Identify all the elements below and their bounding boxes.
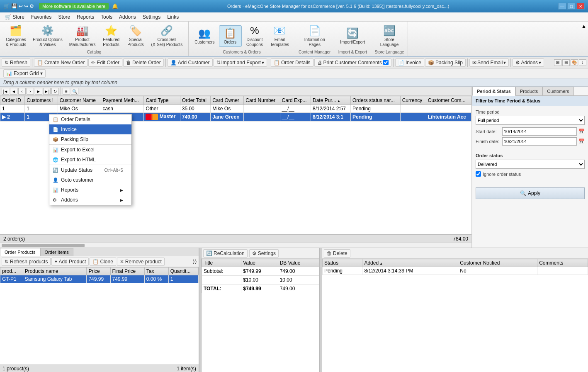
col-customer-notified[interactable]: Customer Notified: [458, 259, 537, 267]
send-email-button[interactable]: ✉ Send Email ▾: [469, 58, 509, 67]
col-status[interactable]: Status: [323, 259, 362, 267]
col-title[interactable]: Title: [202, 259, 241, 267]
col-card-exp[interactable]: Card Exp...: [280, 96, 311, 105]
remove-product-button[interactable]: ✕ Remove product: [117, 258, 165, 266]
col-tax[interactable]: Tax: [144, 267, 168, 275]
tab-customers[interactable]: Customers: [542, 87, 573, 95]
col-order-status[interactable]: Orders status nar...: [350, 96, 400, 105]
tab-order-items[interactable]: Order Items: [40, 248, 73, 256]
table-row[interactable]: GT-P1 Samsung Galaxy Tab 749.99 749.99 0…: [0, 275, 199, 283]
nav-filter-button[interactable]: 🔍: [71, 88, 78, 95]
nav-prev-button[interactable]: ◄: [10, 88, 17, 95]
featured-products-button[interactable]: ⭐ FeaturedProducts: [100, 23, 123, 49]
edit-order-button[interactable]: ✏ Edit Order: [88, 58, 122, 67]
nav-refresh-button[interactable]: ↻: [51, 88, 59, 95]
scrollbar-thumb[interactable]: [2, 244, 85, 247]
h-scrollbar[interactable]: [0, 243, 471, 248]
toolbar-icon-c[interactable]: 🎨: [571, 59, 578, 66]
ctx-addons[interactable]: ⚙ Addons ▶: [49, 195, 131, 205]
print-comments-button[interactable]: 🖨 Print Customer Comments: [314, 58, 391, 67]
menu-item-store-text[interactable]: Store: [55, 13, 73, 21]
close-button[interactable]: ✕: [576, 3, 585, 10]
ctx-export-excel[interactable]: 📊 Export to Excel: [49, 144, 131, 155]
col-currency[interactable]: Currency: [400, 96, 426, 105]
recalculation-button[interactable]: 🔄 ReCalculation: [203, 249, 248, 258]
toolbar-icon-b[interactable]: ⊟: [562, 59, 570, 66]
invoice-button[interactable]: 📄 Invoice: [395, 58, 424, 67]
nav-last-button[interactable]: ►|: [43, 88, 51, 95]
create-new-order-button[interactable]: 📋 Create New Order: [34, 58, 87, 67]
col-payment-method[interactable]: Payment Meth...: [101, 96, 144, 105]
email-templates-button[interactable]: 📧 EmailTemplates: [268, 23, 292, 49]
col-order-total[interactable]: Order Total: [180, 96, 210, 105]
special-products-button[interactable]: 🏷️ SpecialProducts: [124, 23, 147, 49]
customers-button[interactable]: 👥 Customers: [192, 26, 217, 46]
delete-status-button[interactable]: 🗑 Delete: [324, 249, 350, 258]
import-export-dropdown-button[interactable]: ⇅ Import and Export ▾: [214, 58, 267, 67]
col-prod[interactable]: prod...: [0, 267, 23, 275]
toolbar-icon-a[interactable]: ⊞: [554, 59, 561, 66]
ignore-status-checkbox[interactable]: [476, 171, 481, 177]
product-options-button[interactable]: ⚙️ Product Options& Values: [30, 23, 65, 49]
ctx-goto-customer[interactable]: 👤 Goto customer: [49, 175, 131, 185]
qa-icon-2[interactable]: ↩: [19, 3, 23, 9]
tab-period-status[interactable]: Period & Status: [472, 87, 515, 96]
col-value[interactable]: Value: [241, 259, 278, 267]
col-card-type[interactable]: Card Type: [144, 96, 180, 105]
refresh-button[interactable]: ↻ Refresh: [2, 58, 30, 67]
nav-next2-button[interactable]: ›: [27, 88, 34, 95]
window-controls[interactable]: — □ ✕: [558, 3, 585, 10]
qa-icon-1[interactable]: 💾: [11, 3, 17, 9]
col-final-price[interactable]: Final Price: [110, 267, 144, 275]
ctx-export-html[interactable]: 🌐 Export to HTML: [49, 155, 131, 165]
table-row[interactable]: 1 1 Mike Os cash Other 35.00 Mike Os __/…: [0, 105, 471, 113]
packing-slip-button[interactable]: 📦 Packing Slip: [425, 58, 466, 67]
categories-products-button[interactable]: 🗂️ Categories& Products: [3, 23, 29, 49]
qa-icon-4[interactable]: ⚙: [29, 3, 34, 9]
col-price[interactable]: Price: [87, 267, 110, 275]
export-grid-button[interactable]: 📊 Export Grid ▾: [3, 69, 46, 78]
cell-expand[interactable]: ▶ 2: [0, 113, 25, 122]
maximize-button[interactable]: □: [567, 3, 576, 10]
col-card-number[interactable]: Card Number: [244, 96, 280, 105]
refresh-products-button[interactable]: ↻ Refresh products: [2, 258, 51, 266]
start-date-input[interactable]: [502, 127, 577, 136]
orders-button[interactable]: 📋 Orders: [219, 25, 242, 47]
cross-sell-button[interactable]: 🔗 Cross Sell(X-Sell) Products: [149, 23, 185, 49]
store-language-button[interactable]: 🔤 StoreLanguage: [378, 23, 401, 49]
menu-item-reports[interactable]: Reports: [73, 13, 97, 21]
tab-order-products[interactable]: Order Products: [0, 248, 40, 256]
nav-first-button[interactable]: |◄: [2, 88, 9, 95]
col-customers[interactable]: Customers !: [25, 96, 58, 105]
print-checkbox[interactable]: [383, 60, 389, 65]
ctx-packing-slip[interactable]: 📦 Packing Slip: [49, 134, 131, 144]
col-comments[interactable]: Comments: [537, 259, 588, 267]
discount-coupons-button[interactable]: % DiscountCoupons: [243, 23, 266, 49]
col-card-owner[interactable]: Card Owner: [211, 96, 244, 105]
clone-button[interactable]: 📋 Clone: [90, 258, 116, 266]
addons-button[interactable]: ⚙ Addons ▾: [513, 58, 544, 67]
information-pages-button[interactable]: 📄 InformationPages: [302, 23, 328, 49]
menu-item-tools[interactable]: Tools: [97, 13, 116, 21]
ribbon-collapse-button[interactable]: ▲: [581, 23, 586, 29]
center-settings-button[interactable]: ⚙ Settings: [249, 249, 279, 258]
ctx-update-status[interactable]: 🔄 Update Status Ctrl+Alt+S: [49, 165, 131, 175]
menu-item-favorites[interactable]: Favorites: [28, 13, 55, 21]
col-date-purchased[interactable]: Date Pur...: [311, 96, 350, 105]
expand-btn[interactable]: ⟩⟩: [193, 259, 197, 265]
col-products-name[interactable]: Products name: [23, 267, 87, 275]
menu-item-links[interactable]: Links: [164, 13, 182, 21]
nav-next-button[interactable]: ►: [35, 88, 42, 95]
qa-icon-3[interactable]: ↪: [24, 3, 28, 9]
finish-date-input[interactable]: [502, 137, 577, 146]
ctx-order-details[interactable]: 📋 Order Details: [49, 114, 131, 124]
delete-order-button[interactable]: 🗑 Delete Order: [123, 58, 164, 67]
minimize-button[interactable]: —: [558, 3, 566, 10]
add-customer-button[interactable]: 👤 Add Customer: [168, 58, 213, 67]
apply-button[interactable]: 🔍 Apply: [476, 187, 585, 199]
col-customer-comment[interactable]: Customer Com...: [426, 96, 471, 105]
order-details-button[interactable]: 📋 Order Details: [271, 58, 313, 67]
col-quantity[interactable]: Quantit...: [168, 267, 198, 275]
col-customer-name[interactable]: Customer Name: [58, 96, 101, 105]
import-export-button[interactable]: 🔄 Import/Export: [338, 26, 367, 46]
